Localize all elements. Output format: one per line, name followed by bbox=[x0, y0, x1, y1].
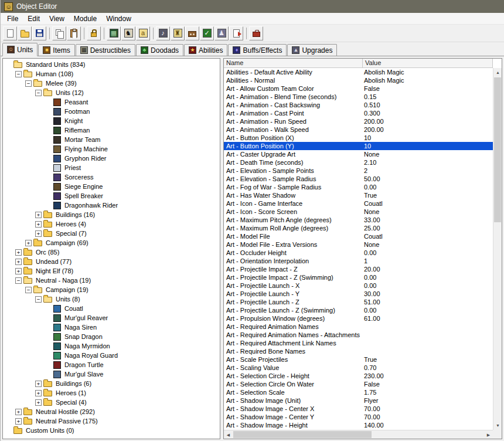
tree-item-siege-engine[interactable]: Siege Engine bbox=[3, 182, 220, 191]
tree-item-dragon-turtle[interactable]: Dragon Turtle bbox=[3, 360, 220, 369]
tree-item-heroes-1[interactable]: +Heroes (1) bbox=[3, 388, 220, 398]
table-row[interactable]: Art - Has Water ShadowTrue bbox=[224, 191, 493, 199]
tab-upgrades[interactable]: ▲Upgrades bbox=[287, 44, 337, 56]
table-row[interactable]: Art - Icon - Game InterfaceCouatl bbox=[224, 199, 493, 208]
campaign-editor-button[interactable]: ♜ bbox=[171, 26, 185, 40]
tree-item-units-12[interactable]: −Units (12) bbox=[3, 88, 220, 97]
table-row[interactable]: Art - Elevation - Sample Radius50.00 bbox=[224, 175, 493, 183]
tree-item-neutral-hostile-292[interactable]: +Neutral Hostile (292) bbox=[3, 407, 220, 416]
object-editor-button[interactable]: ♞ bbox=[121, 26, 135, 40]
menu-item-module[interactable]: Module bbox=[69, 13, 101, 24]
table-row[interactable]: Art - Animation - Cast Point0.300 bbox=[224, 109, 493, 117]
tree-item-buildings-16[interactable]: +Buildings (16) bbox=[3, 210, 220, 219]
export-script-button[interactable] bbox=[229, 26, 243, 40]
tab-items[interactable]: ■Items bbox=[38, 44, 74, 56]
table-row[interactable]: Abilities - NormalAbolish Magic bbox=[224, 76, 493, 84]
tab-doodads[interactable]: ♣Doodads bbox=[136, 44, 183, 56]
vertical-scrollbar[interactable]: ▲ ▼ bbox=[493, 68, 502, 430]
tree-item-sorceress[interactable]: Sorceress bbox=[3, 172, 220, 182]
table-row[interactable]: Art - Elevation - Sample Points2 bbox=[224, 167, 493, 175]
tree-item-campaign-69[interactable]: +Campaign (69) bbox=[3, 238, 220, 247]
vertical-scroll-track[interactable] bbox=[493, 77, 502, 421]
table-row[interactable]: Art - Shadow Image - Center X70.00 bbox=[224, 405, 493, 413]
table-row[interactable]: Art - Required Attachment Link Names bbox=[224, 339, 493, 347]
vertical-scroll-thumb[interactable] bbox=[494, 77, 501, 222]
table-row[interactable]: Art - Projectile Impact - Z (Swimming)0.… bbox=[224, 273, 493, 281]
expander-plus-icon[interactable]: + bbox=[15, 409, 22, 415]
expander-plus-icon[interactable]: + bbox=[35, 230, 42, 237]
tree-item-buildings-6[interactable]: +Buildings (6) bbox=[3, 379, 220, 388]
menu-item-view[interactable]: View bbox=[45, 13, 69, 24]
table-row[interactable]: Art - Animation - Walk Speed200.00 bbox=[224, 125, 493, 134]
tree-item-rifleman[interactable]: Rifleman bbox=[3, 125, 220, 135]
tree-item-mur-gul-reaver[interactable]: Mur'gul Reaver bbox=[3, 313, 220, 323]
expander-minus-icon[interactable]: − bbox=[35, 90, 42, 96]
table-row[interactable]: Art - Occluder Height0.00 bbox=[224, 249, 493, 257]
sound-editor-button[interactable]: ♪ bbox=[156, 26, 170, 40]
expander-plus-icon[interactable]: + bbox=[35, 390, 42, 396]
table-row[interactable]: Art - Button Position (Y)10 bbox=[224, 142, 493, 150]
expander-minus-icon[interactable]: − bbox=[25, 80, 32, 87]
table-row[interactable]: Art - Required Animation Names - Attachm… bbox=[224, 331, 493, 339]
save-map-button[interactable] bbox=[32, 26, 46, 40]
open-map-button[interactable] bbox=[18, 26, 32, 40]
expander-minus-icon[interactable]: − bbox=[15, 71, 22, 77]
expander-plus-icon[interactable]: + bbox=[25, 240, 32, 246]
expander-minus-icon[interactable]: − bbox=[15, 277, 22, 284]
terrain-editor-button[interactable]: ▦ bbox=[107, 26, 121, 40]
tree-item-naga-royal-guard[interactable]: Naga Royal Guard bbox=[3, 351, 220, 360]
tree-item-special-7[interactable]: +Special (7) bbox=[3, 229, 220, 238]
table-row[interactable]: Art - Animation - Blend Time (seconds)0.… bbox=[224, 93, 493, 101]
table-row[interactable]: Art - Animation - Run Speed200.00 bbox=[224, 117, 493, 125]
table-row[interactable]: Art - Allow Custom Team ColorFalse bbox=[224, 84, 493, 93]
tree-item-undead-77[interactable]: +Undead (77) bbox=[3, 257, 220, 266]
tree-item-special-4[interactable]: +Special (4) bbox=[3, 398, 220, 407]
menu-item-window[interactable]: Window bbox=[101, 13, 136, 24]
table-row[interactable]: Art - Model File - Extra VersionsNone bbox=[224, 240, 493, 249]
expander-minus-icon[interactable]: − bbox=[25, 287, 32, 293]
tree-item-gryphon-rider[interactable]: Gryphon Rider bbox=[3, 154, 220, 163]
table-row[interactable]: Art - Required Animation Names bbox=[224, 323, 493, 331]
scroll-down-icon[interactable]: ▼ bbox=[493, 421, 502, 430]
table-row[interactable]: Art - Scaling Value0.70 bbox=[224, 364, 493, 372]
column-header-name[interactable]: Name bbox=[224, 59, 363, 67]
table-row[interactable]: Art - Selection Circle - Height230.00 bbox=[224, 372, 493, 380]
table-row[interactable]: Art - Projectile Launch - X0.00 bbox=[224, 281, 493, 290]
tree-item-knight[interactable]: Knight bbox=[3, 116, 220, 125]
expander-plus-icon[interactable]: + bbox=[35, 399, 42, 406]
expander-plus-icon[interactable]: + bbox=[35, 221, 42, 228]
tree-item-night-elf-78[interactable]: +Night Elf (78) bbox=[3, 266, 220, 276]
ai-editor-button[interactable] bbox=[185, 26, 199, 40]
table-row[interactable]: Art - Propulsion Window (degrees)61.00 bbox=[224, 314, 493, 323]
table-row[interactable]: Art - Selection Circle On WaterFalse bbox=[224, 380, 493, 388]
table-row[interactable]: Art - Maximum Pitch Angle (degrees)33.00 bbox=[224, 216, 493, 224]
tree-item-mur-gul-slave[interactable]: Mur'gul Slave bbox=[3, 369, 220, 379]
tree-item-dragonhawk-rider[interactable]: Dragonhawk Rider bbox=[3, 201, 220, 210]
lock-button[interactable] bbox=[87, 26, 101, 40]
table-row[interactable]: Art - Caster Upgrade ArtNone bbox=[224, 150, 493, 158]
tab-abilities[interactable]: ★Abilities bbox=[184, 44, 227, 56]
tree-item-footman[interactable]: Footman bbox=[3, 107, 220, 116]
tree-item-melee-39[interactable]: −Melee (39) bbox=[3, 79, 220, 88]
table-row[interactable]: Art - Fog of War - Sample Radius0.00 bbox=[224, 183, 493, 191]
tab-buffs-effects[interactable]: ♦Buffs/Effects bbox=[228, 44, 287, 56]
table-row[interactable]: Art - Shadow Image - Height140.00 bbox=[224, 421, 493, 429]
tree-item-naga-myrmidon[interactable]: Naga Myrmidon bbox=[3, 341, 220, 351]
tab-destructibles[interactable]: ▦Destructibles bbox=[76, 44, 135, 56]
tree-item-campaign-19[interactable]: −Campaign (19) bbox=[3, 285, 220, 294]
horizontal-scroll-track[interactable] bbox=[233, 430, 484, 439]
tree-item-custom-units-0[interactable]: Custom Units (0) bbox=[3, 426, 220, 435]
expander-plus-icon[interactable]: + bbox=[35, 212, 42, 218]
scroll-up-icon[interactable]: ▲ bbox=[493, 68, 502, 77]
tree-item-heroes-4[interactable]: +Heroes (4) bbox=[3, 219, 220, 229]
table-row[interactable]: Art - Required Bone Names bbox=[224, 347, 493, 355]
tab-units[interactable]: ☺Units bbox=[2, 43, 38, 56]
horizontal-scrollbar[interactable]: ◀ ▶ bbox=[224, 430, 493, 439]
tree-item-orc-85[interactable]: +Orc (85) bbox=[3, 247, 220, 257]
paste-button[interactable] bbox=[67, 26, 81, 40]
table-row[interactable]: Art - Shadow Image - Center Y70.00 bbox=[224, 413, 493, 421]
tree-item-human-108[interactable]: −Human (108) bbox=[3, 69, 220, 79]
table-row[interactable]: Abilities - Default Active AbilityAbolis… bbox=[224, 68, 493, 76]
horizontal-scroll-thumb[interactable] bbox=[233, 431, 372, 438]
table-row[interactable]: Art - Projectile Launch - Z (Swimming)0.… bbox=[224, 306, 493, 314]
